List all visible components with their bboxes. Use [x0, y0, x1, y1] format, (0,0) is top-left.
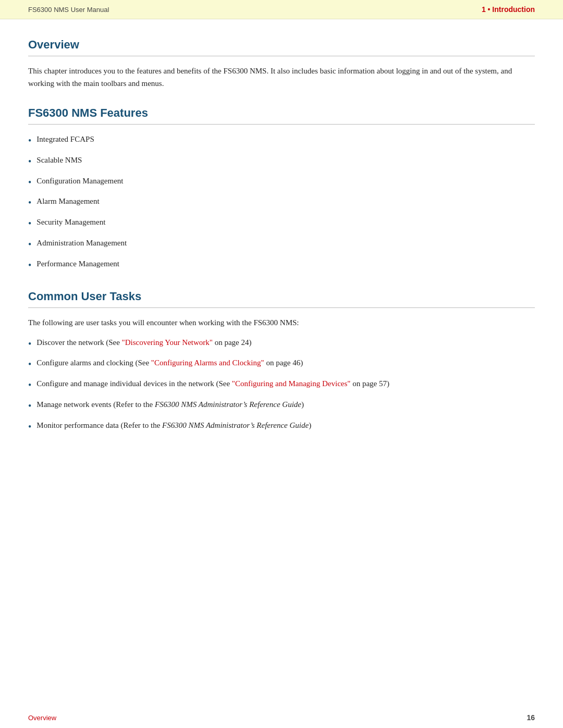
bullet-icon: •	[28, 175, 31, 190]
feature-item-text: Scalable NMS	[36, 154, 82, 166]
feature-item-text: Alarm Management	[36, 195, 99, 207]
bullet-icon: •	[28, 195, 31, 211]
page: FS6300 NMS User Manual 1 • Introduction …	[0, 0, 563, 728]
list-item: •Administration Management	[28, 237, 535, 252]
header-chapter-title: Introduction	[492, 5, 535, 14]
feature-item-text: Performance Management	[36, 257, 119, 270]
bullet-icon: •	[28, 419, 31, 435]
task-text-before: Manage network events (Refer to the	[36, 400, 155, 409]
header-bar: FS6300 NMS User Manual 1 • Introduction	[0, 0, 563, 19]
task-italic: FS6300 NMS Administrator’s Reference Gui…	[155, 400, 301, 409]
footer-page-number: 16	[527, 713, 535, 722]
task-item-text: Manage network events (Refer to the FS63…	[36, 398, 304, 411]
list-item: •Integrated FCAPS	[28, 133, 535, 149]
bullet-icon: •	[28, 357, 31, 372]
tasks-heading: Common User Tasks	[28, 290, 535, 303]
list-item: •Scalable NMS	[28, 154, 535, 169]
bullet-icon: •	[28, 216, 31, 231]
list-item: •Configure and manage individual devices…	[28, 377, 535, 393]
main-content: Overview This chapter introduces you to …	[0, 19, 563, 707]
features-list: •Integrated FCAPS•Scalable NMS•Configura…	[28, 133, 535, 273]
list-item: •Configuration Management	[28, 175, 535, 190]
task-text-after: on page 24)	[213, 338, 252, 347]
list-item: •Security Management	[28, 216, 535, 231]
feature-item-text: Integrated FCAPS	[36, 133, 94, 145]
task-text-after: )	[301, 400, 304, 409]
task-text-before: Monitor performance data (Refer to the	[36, 421, 162, 429]
tasks-divider	[28, 307, 535, 308]
task-text-after: on page 46)	[264, 359, 303, 367]
task-text-after: )	[309, 421, 311, 429]
features-section: FS6300 NMS Features •Integrated FCAPS•Sc…	[28, 106, 535, 273]
task-text-before: Configure and manage individual devices …	[36, 379, 231, 388]
feature-item-text: Security Management	[36, 216, 105, 228]
features-heading: FS6300 NMS Features	[28, 106, 535, 120]
bullet-icon: •	[28, 133, 31, 149]
bullet-icon: •	[28, 399, 31, 414]
task-italic: FS6300 NMS Administrator’s Reference Gui…	[162, 421, 309, 429]
header-manual-title: FS6300 NMS User Manual	[28, 6, 109, 14]
bullet-icon: •	[28, 237, 31, 252]
overview-divider	[28, 56, 535, 56]
header-chapter-label: 1 • Introduction	[482, 5, 535, 14]
features-divider	[28, 124, 535, 125]
bullet-icon: •	[28, 258, 31, 273]
tasks-intro: The following are user tasks you will en…	[28, 316, 535, 329]
task-link[interactable]: "Configuring and Managing Devices"	[232, 379, 351, 388]
bullet-icon: •	[28, 154, 31, 169]
list-item: •Manage network events (Refer to the FS6…	[28, 398, 535, 414]
feature-item-text: Administration Management	[36, 237, 127, 249]
task-link[interactable]: "Discovering Your Network"	[122, 338, 213, 347]
task-item-text: Monitor performance data (Refer to the F…	[36, 419, 311, 431]
list-item: •Alarm Management	[28, 195, 535, 211]
footer: Overview 16	[0, 707, 563, 728]
list-item: •Configure alarms and clocking (See "Con…	[28, 356, 535, 372]
list-item: •Discover the network (See "Discovering …	[28, 336, 535, 352]
bullet-icon: •	[28, 378, 31, 393]
overview-heading: Overview	[28, 38, 535, 52]
task-text-before: Discover the network (See	[36, 338, 121, 347]
task-item-text: Configure alarms and clocking (See "Conf…	[36, 356, 303, 369]
list-item: •Performance Management	[28, 257, 535, 273]
task-item-text: Discover the network (See "Discovering Y…	[36, 336, 251, 349]
footer-section-name: Overview	[28, 714, 56, 722]
overview-section: Overview This chapter introduces you to …	[28, 38, 535, 90]
feature-item-text: Configuration Management	[36, 175, 123, 187]
tasks-section: Common User Tasks The following are user…	[28, 290, 535, 435]
overview-body: This chapter introduces you to the featu…	[28, 65, 535, 90]
tasks-list: •Discover the network (See "Discovering …	[28, 336, 535, 435]
header-chapter-prefix: 1 •	[482, 5, 492, 14]
task-link[interactable]: "Configuring Alarms and Clocking"	[151, 359, 264, 367]
task-item-text: Configure and manage individual devices …	[36, 377, 389, 390]
task-text-before: Configure alarms and clocking (See	[36, 359, 151, 367]
list-item: •Monitor performance data (Refer to the …	[28, 419, 535, 435]
task-text-after: on page 57)	[350, 379, 389, 388]
bullet-icon: •	[28, 337, 31, 352]
